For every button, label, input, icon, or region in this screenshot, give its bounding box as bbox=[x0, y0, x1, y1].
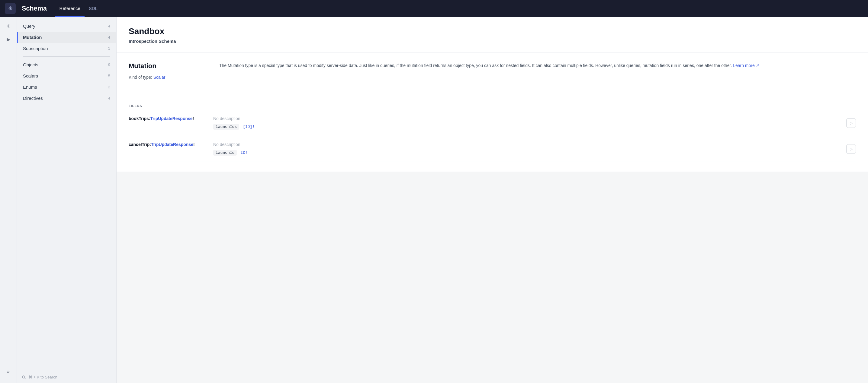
logo-symbol: ✳ bbox=[8, 5, 13, 12]
content-body: Mutation Kind of type: Scalar The Mutati… bbox=[117, 53, 868, 172]
kind-of-type: Kind of type: Scalar bbox=[129, 75, 207, 80]
content-subtitle: Introspection Schema bbox=[129, 39, 856, 44]
field-description-booktrips: No description bbox=[213, 116, 840, 121]
field-type-link-canceltrip[interactable]: TripUpdateResponse bbox=[151, 142, 193, 147]
run-button-booktrips[interactable]: ▷ bbox=[846, 118, 856, 128]
field-description-canceltrip: No description bbox=[213, 142, 840, 147]
run-button-canceltrip[interactable]: ▷ bbox=[846, 144, 856, 154]
logo-icon: ✳ bbox=[5, 3, 16, 14]
sidebar: Query 4 Mutation 4 Subscription 1 Object… bbox=[17, 17, 117, 383]
content-title: Sandbox bbox=[129, 27, 856, 36]
tab-sdl[interactable]: SDL bbox=[85, 0, 102, 17]
scalar-link[interactable]: Scalar bbox=[153, 75, 165, 80]
field-arg-launchids: launchIds [ID]! bbox=[213, 124, 840, 130]
field-left-booktrips: bookTrips:TripUpdateResponse! bbox=[129, 116, 207, 121]
mutation-section: Mutation Kind of type: Scalar The Mutati… bbox=[129, 62, 856, 89]
main-layout: ✳ ▶ » Query 4 Mutation 4 Subscription 1 … bbox=[0, 17, 868, 383]
field-name-booktrips: bookTrips:TripUpdateResponse! bbox=[129, 116, 207, 121]
sidebar-item-directives[interactable]: Directives 4 bbox=[17, 93, 116, 104]
field-row-canceltrip: cancelTrip:TripUpdateResponse! No descri… bbox=[129, 136, 856, 162]
field-row-booktrips: bookTrips:TripUpdateResponse! No descrip… bbox=[129, 110, 856, 136]
top-bar: ✳ Schema Reference SDL bbox=[0, 0, 868, 17]
field-left-canceltrip: cancelTrip:TripUpdateResponse! bbox=[129, 142, 207, 147]
sidebar-item-objects[interactable]: Objects 9 bbox=[17, 59, 116, 70]
content-header: Sandbox Introspection Schema bbox=[117, 17, 868, 53]
field-arg-type-launchid[interactable]: ID! bbox=[240, 150, 247, 155]
tab-reference[interactable]: Reference bbox=[55, 0, 85, 17]
mutation-description: The Mutation type is a special type that… bbox=[219, 62, 856, 80]
fields-label: FIELDS bbox=[129, 99, 856, 110]
page-title: Schema bbox=[22, 4, 47, 12]
graph-nav-icon[interactable]: ✳ bbox=[3, 21, 14, 31]
sidebar-search[interactable]: ⌘ + K to Search bbox=[17, 371, 116, 383]
sidebar-item-scalars[interactable]: Scalars 5 bbox=[17, 70, 116, 81]
sidebar-item-query[interactable]: Query 4 bbox=[17, 21, 116, 32]
field-right-booktrips: No description launchIds [ID]! bbox=[213, 116, 840, 130]
expand-icon[interactable]: » bbox=[3, 366, 14, 377]
sidebar-item-enums[interactable]: Enums 2 bbox=[17, 81, 116, 93]
mutation-left: Mutation Kind of type: Scalar bbox=[129, 62, 207, 80]
external-link-icon: ↗ bbox=[756, 63, 760, 68]
main-content: Sandbox Introspection Schema Mutation Ki… bbox=[117, 17, 868, 383]
sidebar-item-mutation[interactable]: Mutation 4 bbox=[17, 32, 116, 43]
svg-point-0 bbox=[22, 376, 25, 378]
learn-more-link[interactable]: Learn more ↗ bbox=[733, 63, 759, 68]
tab-bar: Reference SDL bbox=[55, 0, 102, 17]
field-type-link-booktrips[interactable]: TripUpdateResponse bbox=[150, 116, 193, 121]
field-right-canceltrip: No description launchId ID! bbox=[213, 142, 840, 155]
icon-bar: ✳ ▶ » bbox=[0, 17, 17, 383]
search-icon bbox=[22, 375, 26, 379]
mutation-type-name: Mutation bbox=[129, 62, 207, 70]
field-arg-type-launchids[interactable]: [ID]! bbox=[243, 125, 255, 129]
sidebar-content: Query 4 Mutation 4 Subscription 1 Object… bbox=[17, 17, 116, 371]
field-arg-launchid: launchId ID! bbox=[213, 150, 840, 155]
play-nav-icon[interactable]: ▶ bbox=[3, 34, 14, 45]
field-name-canceltrip: cancelTrip:TripUpdateResponse! bbox=[129, 142, 207, 147]
sidebar-item-subscription[interactable]: Subscription 1 bbox=[17, 43, 116, 54]
svg-line-1 bbox=[25, 378, 26, 379]
